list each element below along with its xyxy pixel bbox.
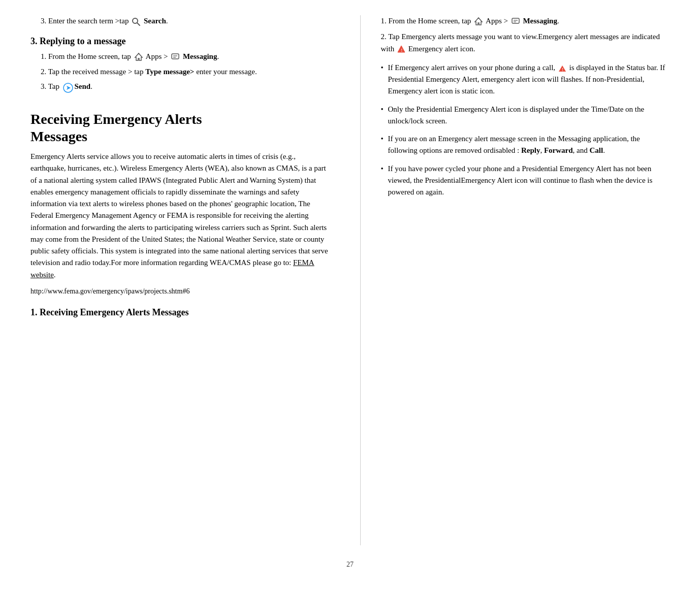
right-step1-messaging-bold: Messaging <box>523 17 557 25</box>
reply-step2-suffix: enter your message. <box>196 68 257 76</box>
svg-rect-7 <box>512 18 519 23</box>
reply-step2: 2. Tap the received message > tap Type m… <box>41 66 330 78</box>
bullet3-comma1: , <box>540 146 542 154</box>
emergency-alerts-section: Receiving Emergency Alerts Messages Emer… <box>30 111 330 297</box>
svg-text:!: ! <box>562 68 563 72</box>
right-column: 1. From the Home screen, tap Apps > Mess… <box>360 15 670 545</box>
alert-triangle-icon: ! <box>397 45 405 53</box>
bullet-item-3: If you are on an Emergency alert message… <box>381 133 670 157</box>
bullet3-call-bold: Call <box>590 146 603 154</box>
svg-marker-6 <box>67 86 71 90</box>
bullet4-text: If you have power cycled your phone and … <box>388 165 653 197</box>
bullet1-alert-icon: ! <box>558 64 566 72</box>
emergency-body-content: Emergency Alerts service allows you to r… <box>30 152 328 267</box>
reply-step1: 1. From the Home screen, tap Apps > <box>41 51 330 62</box>
receiving-sub-heading: 1. Receiving Emergency Alerts Messages <box>30 307 330 318</box>
svg-line-1 <box>137 23 140 25</box>
reply-section-heading: 3. Replying to a message <box>30 36 330 47</box>
emergency-body-text: Emergency Alerts service allows you to r… <box>30 151 330 281</box>
send-icon <box>62 82 72 91</box>
step3-prefix-text: 3. Enter the search term >tap <box>41 17 129 25</box>
bullet3-reply-bold: Reply <box>521 146 540 154</box>
right-step2-suffix: Emergency alert icon. <box>408 45 475 53</box>
right-messaging-icon <box>511 17 520 26</box>
svg-text:!: ! <box>401 48 402 53</box>
reply-step1-prefix: 1. From the Home screen, tap <box>41 52 131 60</box>
right-step1-apps-text: Apps > <box>486 17 508 25</box>
bullet3-and-text: and <box>577 146 588 154</box>
right-step2: 2. Tap Emergency alerts message you want… <box>381 31 670 55</box>
bullet3-comma2: , <box>573 146 575 154</box>
page-number: 27 <box>30 561 670 569</box>
reply-step1-messaging-bold: Messaging <box>183 52 217 60</box>
right-step1: 1. From the Home screen, tap Apps > Mess… <box>381 15 670 27</box>
reply-step3: 3. Tap Send. <box>41 81 330 92</box>
reply-step2-prefix: 2. Tap the received message > tap <box>41 68 143 76</box>
messaging-icon <box>171 52 180 61</box>
search-icon <box>132 17 141 26</box>
two-column-layout: 3. Enter the search term >tap Search. 3.… <box>30 15 670 545</box>
apps-icon <box>134 52 143 61</box>
bullet1-prefix: If Emergency alert arrives on your phone… <box>388 63 556 72</box>
reply-step1-apps-text: Apps > <box>146 52 168 60</box>
bullet2-text: Only the Presidential Emergency Alert ic… <box>388 105 645 125</box>
right-step1-prefix: 1. From the Home screen, tap <box>381 17 471 25</box>
left-column: 3. Enter the search term >tap Search. 3.… <box>30 15 340 545</box>
bullet-item-2: Only the Presidential Emergency Alert ic… <box>381 104 670 127</box>
step3-search-bold: Search <box>144 17 166 25</box>
bullet3-period: . <box>603 146 605 154</box>
bullet-item-4: If you have power cycled your phone and … <box>381 163 670 199</box>
reply-step3-prefix: 3. Tap <box>41 82 59 90</box>
emergency-alerts-heading: Receiving Emergency Alerts Messages <box>30 111 330 145</box>
fema-url-text: http://www.fema.gov/emergency/ipaws/proj… <box>30 286 330 297</box>
reply-step3-send-bold: Send <box>75 82 91 90</box>
svg-rect-2 <box>172 54 179 59</box>
step3-search-line: 3. Enter the search term >tap Search. <box>41 15 330 27</box>
bullet3-forward-bold: Forward <box>544 146 573 154</box>
bullet-item-1: If Emergency alert arrives on your phone… <box>381 62 670 97</box>
emergency-heading-line1: Receiving Emergency Alerts <box>30 111 202 127</box>
emergency-heading-line2: Messages <box>30 128 87 144</box>
page-container: 3. Enter the search term >tap Search. 3.… <box>0 0 700 589</box>
reply-step2-bold: Type message> <box>145 68 194 76</box>
right-apps-icon <box>474 17 483 26</box>
